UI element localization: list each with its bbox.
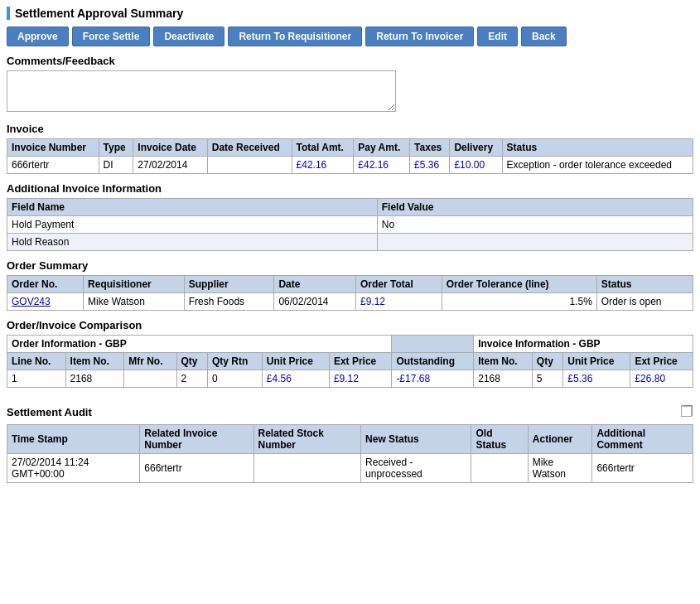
invoice-col-pay: Pay Amt. (354, 139, 410, 157)
comparison-table: Order Information - GBP Invoice Informat… (7, 335, 693, 388)
invoice-col-type: Type (99, 139, 133, 157)
invoice-pay-amt: £42.16 (354, 157, 410, 174)
comp-col-unit-price: Unit Price (262, 353, 329, 370)
table-row: 666rtertr DI 27/02/2014 £42.16 £42.16 £5… (7, 157, 693, 174)
invoice-number: 666rtertr (7, 157, 99, 174)
comp-unit-price: £4.56 (262, 370, 329, 388)
comp-col-outstanding: Outstanding (392, 353, 474, 370)
return-to-requisitioner-button[interactable]: Return To Requisitioner (228, 27, 362, 46)
page-title: Settlement Approval Summary (7, 7, 693, 20)
table-row: Hold Payment No (7, 216, 693, 234)
invoice-col-delivery: Delivery (450, 139, 502, 157)
comp-line-no: 1 (7, 370, 66, 388)
toolbar: Approve Force Settle Deactivate Return T… (7, 27, 693, 46)
invoice-header-row: Invoice Number Type Invoice Date Date Re… (7, 139, 693, 157)
comp-col-qty: Qty (176, 353, 208, 370)
field-value-hold-payment: No (377, 216, 693, 234)
additional-invoice-title: Additional Invoice Information (7, 182, 693, 195)
order-tolerance: 1.5% (442, 293, 596, 311)
table-row: Hold Reason (7, 234, 693, 251)
comparison-header-row: Line No. Item No. Mfr No. Qty Qty Rtn Un… (7, 353, 693, 370)
audit-col-related-invoice: Related Invoice Number (140, 425, 253, 454)
comments-label: Comments/Feedback (7, 55, 693, 67)
audit-col-related-stock: Related Stock Number (253, 425, 361, 454)
comp-outstanding: -£17.68 (392, 370, 474, 388)
comp-col-unit-price-inv: Unit Price (563, 353, 630, 370)
order-supplier: Fresh Foods (184, 293, 274, 311)
back-button[interactable]: Back (521, 27, 567, 46)
audit-col-actioner: Actioner (528, 425, 592, 454)
order-summary-table: Order No. Requisitioner Supplier Date Or… (7, 275, 693, 311)
order-col-tolerance: Order Tolerance (line) (442, 276, 596, 293)
invoice-col-date: Invoice Date (133, 139, 207, 157)
approve-button[interactable]: Approve (7, 27, 69, 46)
audit-actioner: Mike Watson (528, 454, 592, 483)
comp-item-no: 2168 (65, 370, 124, 388)
comp-col-qty-rtn: Qty Rtn (208, 353, 263, 370)
comp-ext-price: £9.12 (329, 370, 391, 388)
additional-invoice-header: Field Name Field Value (7, 199, 693, 216)
audit-related-invoice: 666rtertr (140, 454, 253, 483)
comments-input[interactable] (7, 70, 396, 112)
deactivate-button[interactable]: Deactivate (153, 27, 224, 46)
invoice-col-number: Invoice Number (7, 139, 99, 157)
comparison-subheader-row: Order Information - GBP Invoice Informat… (7, 336, 693, 353)
comparison-table-wrapper: Order Information - GBP Invoice Informat… (7, 335, 693, 394)
invoice-col-received: Date Received (207, 139, 292, 157)
invoice-col-status: Status (502, 139, 693, 157)
invoice-type: DI (99, 157, 133, 174)
audit-col-new-status: New Status (361, 425, 471, 454)
comp-col-mfr-no: Mfr No. (124, 353, 176, 370)
table-row: 27/02/2014 11:24 GMT+00:00 666rtertr Rec… (7, 454, 693, 483)
order-date: 06/02/2014 (274, 293, 356, 311)
invoice-table: Invoice Number Type Invoice Date Date Re… (7, 138, 693, 174)
comp-col-ext-price: Ext Price (329, 353, 391, 370)
edit-button[interactable]: Edit (477, 27, 518, 46)
audit-timestamp: 27/02/2014 11:24 GMT+00:00 (7, 454, 140, 483)
invoice-col-taxes: Taxes (410, 139, 450, 157)
invoice-date-received (207, 157, 292, 174)
comp-col-qty-inv: Qty (532, 353, 563, 370)
table-row: 1 2168 2 0 £4.56 £9.12 -£17.68 2168 5 £5… (7, 370, 693, 388)
order-status: Order is open (596, 293, 693, 311)
comp-mfr-no (124, 370, 176, 388)
order-total: £9.12 (356, 293, 442, 311)
comp-qty-inv: 5 (532, 370, 563, 388)
comp-item-no-inv: 2168 (474, 370, 533, 388)
comp-ext-price-inv: £26.80 (630, 370, 693, 388)
order-requisitioner: Mike Watson (84, 293, 185, 311)
order-col-total: Order Total (356, 276, 442, 293)
comp-unit-price-inv: £5.36 (563, 370, 630, 388)
comp-col-ext-price-inv: Ext Price (630, 353, 693, 370)
return-to-invoicer-button[interactable]: Return To Invoicer (365, 27, 474, 46)
invoice-status: Exception - order tolerance exceeded (502, 157, 693, 174)
order-no[interactable]: GOV243 (7, 293, 84, 311)
force-settle-button[interactable]: Force Settle (72, 27, 151, 46)
invoice-col-total: Total Amt. (292, 139, 354, 157)
order-col-supplier: Supplier (184, 276, 274, 293)
order-col-status: Status (596, 276, 693, 293)
audit-settings-icon[interactable]: ❐ (680, 403, 693, 421)
field-name-hold-reason: Hold Reason (7, 234, 378, 251)
audit-related-stock (253, 454, 361, 483)
audit-col-additional-comment: Additional Comment (592, 425, 693, 454)
comments-section: Comments/Feedback (7, 55, 693, 114)
invoice-taxes: £5.36 (410, 157, 450, 174)
audit-old-status (471, 454, 528, 483)
invoice-info-header: Invoice Information - GBP (474, 336, 693, 353)
audit-additional-comment: 666rtertr (592, 454, 693, 483)
invoice-section-title: Invoice (7, 123, 693, 135)
invoice-date: 27/02/2014 (133, 157, 207, 174)
order-invoice-comparison-title: Order/Invoice Comparison (7, 319, 693, 331)
comp-col-item-no: Item No. (65, 353, 124, 370)
comp-col-item-no-inv: Item No. (474, 353, 533, 370)
order-info-header: Order Information - GBP (7, 336, 392, 353)
field-name-hold-payment: Hold Payment (7, 216, 378, 234)
add-inv-col-field-value: Field Value (377, 199, 693, 216)
comp-qty: 2 (176, 370, 208, 388)
outstanding-spacer (392, 336, 474, 353)
invoice-total-amt: £42.16 (292, 157, 354, 174)
table-row: GOV243 Mike Watson Fresh Foods 06/02/201… (7, 293, 693, 311)
settlement-audit-title: Settlement Audit (7, 406, 92, 418)
field-value-hold-reason (377, 234, 693, 251)
